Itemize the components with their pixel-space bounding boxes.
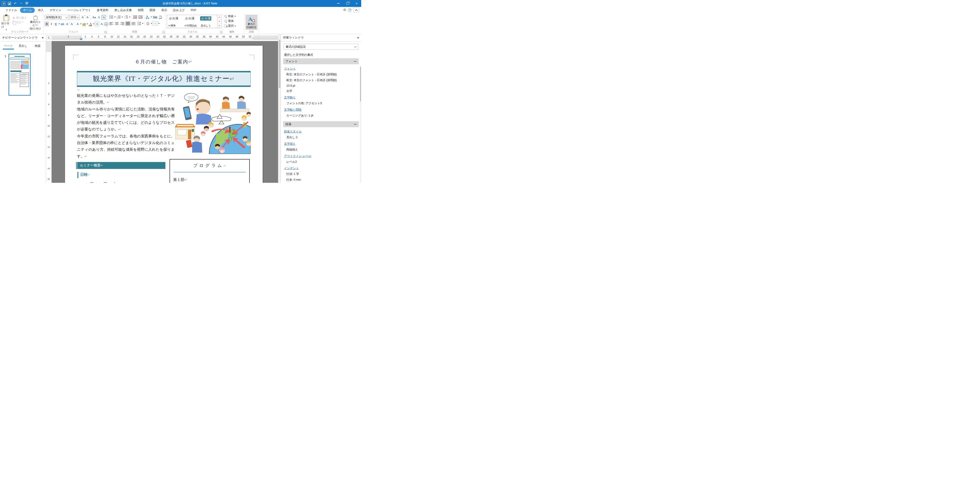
document-scrollbar[interactable] [278,34,281,183]
grow-font-button[interactable]: A+ [80,15,84,19]
font-family-combo[interactable]: 游明朝(本文) [45,15,68,20]
heading-box[interactable]: 観光業界《IT・デジタル化》推進セミナー↵ [77,71,251,87]
right-indent-marker[interactable] [251,37,255,39]
undo-icon[interactable]: ↶ [13,2,17,5]
character-scale-button[interactable]: A. [70,22,74,26]
tab-developer[interactable]: 開発 [146,8,158,13]
body-text[interactable]: 観光業の発展にもはや欠かせないものとなったＩＴ・デジタル技術の活用。↵ 地域のル… [77,92,175,160]
highlight-dropdown-icon[interactable] [87,24,88,24]
tab-page-layout[interactable]: ページレイアウト [64,8,94,13]
line-break-settings-icon[interactable]: o [158,15,163,19]
tab-references[interactable]: 参考資料 [94,8,111,13]
style-item-compact[interactable]: かカ漢 ↵行間詰め [183,15,199,28]
strikethrough-button[interactable]: ab [60,22,65,26]
align-right-icon[interactable] [120,21,125,26]
distribute-icon[interactable] [131,21,136,26]
font-size-combo[interactable]: 10.5 [69,15,80,20]
character-width-spacing-link[interactable]: 文字幅と間隔 [284,108,301,112]
multilevel-dropdown-icon[interactable] [129,17,130,18]
borders-icon[interactable] [153,21,158,26]
tab-file[interactable]: ファイル [2,8,20,13]
close-button[interactable]: × [352,0,361,7]
font-color-dropdown-icon[interactable] [93,24,94,24]
shading-icon[interactable] [145,21,150,26]
character-border-button[interactable]: A [95,22,99,26]
alignment-link[interactable]: 文字揃え [284,142,296,146]
task-pane-close-icon[interactable]: × [357,36,359,40]
help-icon[interactable]: ? [348,8,352,12]
pen-mode-icon[interactable] [25,2,29,5]
nav-tab-pages[interactable]: ページ [2,43,15,49]
style-item-normal[interactable]: かカ漢 ↵標準 [167,15,183,28]
ruby-guide-button[interactable]: A: [65,22,69,26]
tab-home[interactable]: ホーム [20,8,35,13]
align-left-icon[interactable] [109,21,114,26]
line-spacing-dropdown-icon[interactable] [142,23,143,24]
horizontal-ruler[interactable]: 2 24681012141618202224262830323436384042… [52,34,278,41]
multilevel-list-icon[interactable]: 123 [124,15,129,19]
shrink-font-button[interactable]: A− [85,15,89,19]
font-link[interactable]: フォント [284,67,296,71]
numbered-dropdown-icon[interactable] [122,17,123,18]
styles-dialog-launcher-icon[interactable] [220,31,222,33]
font-dialog-launcher-icon[interactable] [104,31,107,33]
character-spacing-dropdown-icon[interactable] [151,17,152,18]
navigation-close-icon[interactable]: × [42,36,43,40]
seminar-overview-banner[interactable]: セミナー概要↵ [77,162,165,169]
nav-tab-search[interactable]: 検索 [31,43,45,49]
text-effects-dropdown-icon[interactable] [80,24,81,24]
font-color-button[interactable]: A [89,22,92,26]
paragraph-dialog-launcher-icon[interactable] [162,31,164,33]
bullet-list-icon[interactable] [109,15,114,19]
document-page[interactable]: ６月の催し物 ご案内↵ 観光業界《IT・デジタル化》推進セミナー↵ ↵ 観光業の… [65,46,262,183]
tab-pdf[interactable]: PDF [188,8,199,13]
tab-view[interactable]: 表示 [158,8,170,13]
program-box[interactable]: プログラム↵ 第１部↵ [170,159,250,183]
date-label[interactable]: 日時↵ [77,172,105,178]
task-pane-mode-select[interactable]: 書式の詳細設定 [283,44,358,50]
borders-dropdown-icon[interactable] [158,23,160,24]
bold-button[interactable]: B [45,22,49,26]
scrollbar-thumb[interactable] [279,40,280,88]
bullet-dropdown-icon[interactable] [114,17,116,18]
paste-button[interactable]: 貼り付け [2,15,11,30]
decrease-indent-icon[interactable] [132,15,138,19]
phonetic-ruby-button[interactable]: A [100,22,103,26]
highlight-button[interactable]: ab [82,22,86,26]
settings-gear-icon[interactable]: ⚙ [343,8,346,12]
task-pane-scrollbar[interactable] [360,65,361,183]
align-center-icon[interactable] [114,21,119,26]
shading-dropdown-icon[interactable] [151,23,152,24]
text-effects-button[interactable]: A [76,22,80,26]
tab-design[interactable]: デザイン [46,8,64,13]
paragraph-style-link[interactable]: 段落スタイル [284,130,302,134]
style-gallery-more-icon[interactable]: ▼ [218,24,221,28]
underline-button[interactable]: U [54,22,58,26]
change-case-button[interactable]: Aa [92,15,96,19]
font-section-header[interactable]: フォント [283,58,359,64]
document-title-line[interactable]: ６月の催し物 ご案内↵ [77,59,251,65]
justify-icon[interactable] [125,21,130,26]
replace-button[interactable]: 置換 [224,19,243,23]
character-spacing-icon[interactable]: A [145,15,150,19]
format-painter-button[interactable]: 書式のコピー /貼り付け [29,15,42,30]
style-scroll-up-icon[interactable]: ▲ [218,15,221,19]
indent-link[interactable]: インデント [284,166,299,170]
line-spacing-icon[interactable] [136,21,142,26]
tab-read-aloud[interactable]: 読み上げ [170,8,188,13]
format-details-button[interactable]: A 書式の 詳細設定 [246,15,257,30]
tab-mailings[interactable]: 差し込み文書 [111,8,135,13]
collapse-ribbon-button[interactable] [353,7,360,13]
outline-level-link[interactable]: アウトライン レベル [284,154,312,158]
indent-marker[interactable] [80,35,83,40]
style-item-heading1[interactable]: かカ漢 見出し 1 [199,15,215,28]
minimize-button[interactable] [334,0,343,7]
increase-indent-icon[interactable] [138,15,143,19]
paragraph-section-header[interactable]: 段落 [283,121,359,127]
underline-dropdown-icon[interactable] [59,24,60,24]
search-button[interactable]: 検索 [224,14,243,18]
nav-tab-headings[interactable]: 見出し [16,43,30,49]
enclose-character-button[interactable]: A [102,15,106,19]
text-decoration-link[interactable]: 文字飾り [284,96,296,100]
collapse-section-icon[interactable] [354,124,356,124]
